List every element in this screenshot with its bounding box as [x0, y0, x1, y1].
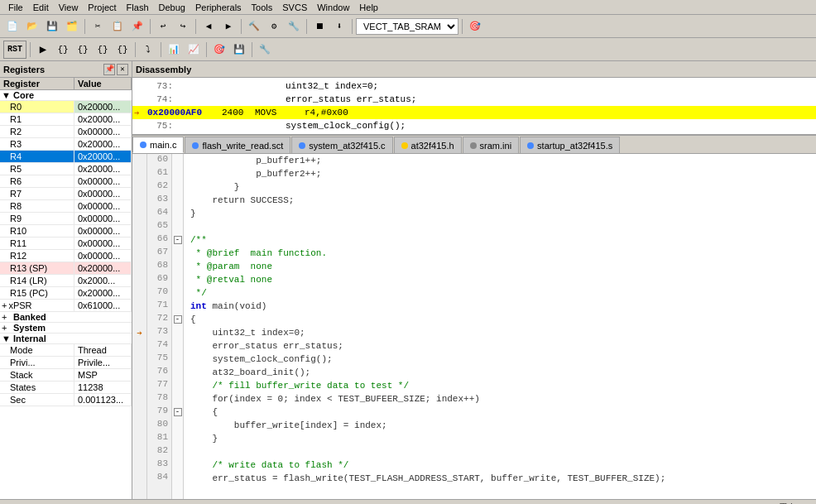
fold-79[interactable]: -: [174, 406, 182, 419]
fold-66[interactable]: -: [174, 233, 182, 247]
debug-f3[interactable]: {}: [94, 41, 112, 59]
cut-button[interactable]: ✂: [89, 17, 107, 36]
dis-asm-mnemonic: MOVS: [255, 108, 305, 118]
tab-flash-sct[interactable]: flash_write_read.sct: [185, 137, 290, 153]
menu-edit[interactable]: Edit: [28, 2, 54, 12]
internal-expand-icon[interactable]: ▼: [0, 334, 10, 343]
translate-button[interactable]: 🔧: [285, 17, 303, 36]
reg-row-r15[interactable]: R15 (PC) 0x20000...: [0, 287, 132, 300]
xpsr-expand[interactable]: +: [2, 300, 7, 310]
nav-back-button[interactable]: ◀: [199, 17, 218, 36]
debug-functions[interactable]: {}: [54, 41, 72, 59]
target-btn[interactable]: 🎯: [210, 41, 228, 59]
reg-row-r10[interactable]: R10 0x00000...: [0, 225, 132, 238]
mem-btn[interactable]: 💾: [230, 41, 248, 59]
menu-svcs[interactable]: SVCS: [277, 2, 312, 12]
core-group[interactable]: ▼ Core: [0, 90, 132, 101]
menu-help[interactable]: Help: [354, 2, 383, 12]
tab-startup[interactable]: startup_at32f415.s: [520, 137, 620, 153]
menu-file[interactable]: File: [3, 2, 28, 12]
save-button[interactable]: 💾: [43, 17, 61, 36]
tab-at32h[interactable]: at32f415.h: [394, 137, 462, 153]
reg-row-r2[interactable]: R2 0x00000...: [0, 126, 132, 138]
fold-btn-66[interactable]: -: [174, 236, 182, 244]
menu-view[interactable]: View: [54, 2, 84, 12]
step-into-button[interactable]: ⤵: [139, 41, 157, 59]
menu-tools[interactable]: Tools: [247, 2, 278, 12]
reg-row-r14[interactable]: R14 (LR) 0x2000...: [0, 275, 132, 287]
reg-row-mode[interactable]: Mode Thread: [0, 344, 132, 357]
ind-64: [132, 207, 146, 220]
tab-sram[interactable]: sram.ini: [463, 137, 520, 153]
reg-row-sec[interactable]: Sec 0.001123...: [0, 394, 132, 406]
reg-row-states[interactable]: States 11238: [0, 382, 132, 394]
menu-window[interactable]: Window: [312, 2, 354, 12]
menu-peripherals[interactable]: Peripherals: [190, 2, 247, 12]
reg-val-r5: 0x20000...: [74, 163, 132, 175]
stop-button[interactable]: ⏹: [310, 17, 329, 36]
redo-button[interactable]: ↪: [174, 17, 192, 36]
reg-row-r0[interactable]: R0 0x20000...: [0, 101, 132, 113]
reg-row-r12[interactable]: R12 0x00000...: [0, 250, 132, 262]
copy-button[interactable]: 📋: [108, 17, 127, 36]
reg-row-r7[interactable]: R7 0x00000...: [0, 188, 132, 200]
run-button[interactable]: ▶: [34, 41, 52, 59]
reg-row-r1[interactable]: R1 0x20000...: [0, 113, 132, 126]
system-group[interactable]: + System: [0, 323, 132, 334]
banked-group[interactable]: + Banked: [0, 312, 132, 323]
menu-flash[interactable]: Flash: [122, 2, 154, 12]
new-file-button[interactable]: 📄: [3, 17, 22, 36]
system-expand-icon[interactable]: +: [0, 323, 10, 333]
reg-row-r13[interactable]: R13 (SP) 0x20000...: [0, 262, 132, 275]
ln-83: 83: [147, 458, 168, 472]
tools-btn2[interactable]: 🔧: [256, 41, 274, 59]
fold-btn-72[interactable]: -: [174, 315, 182, 324]
reg-row-r5[interactable]: R5 0x20000...: [0, 163, 132, 175]
target-dropdown[interactable]: VECT_TAB_SRAM: [356, 18, 458, 35]
reg-row-r3[interactable]: R3 0x20000...: [0, 138, 132, 151]
undo-button[interactable]: ↩: [154, 17, 172, 36]
ind-63: [132, 194, 146, 207]
save-all-button[interactable]: 🗂️: [63, 17, 81, 36]
internal-group[interactable]: ▼ Internal: [0, 334, 132, 344]
paste-button[interactable]: 📌: [128, 17, 146, 36]
reg-val-r7: 0x00000...: [74, 188, 132, 199]
reg-name-r10: R10: [0, 225, 74, 237]
reg-row-stack[interactable]: Stack MSP: [0, 369, 132, 382]
reg-val-r1: 0x20000...: [74, 113, 132, 125]
panel-pin-button[interactable]: 📌: [103, 64, 115, 75]
fold-btn-79[interactable]: -: [174, 408, 182, 416]
fold-72[interactable]: -: [174, 313, 182, 326]
rebuild-button[interactable]: ⚙: [265, 17, 283, 36]
debug-options-button[interactable]: 🎯: [466, 17, 484, 36]
tab-main-c[interactable]: main.c: [132, 137, 184, 153]
menu-debug[interactable]: Debug: [154, 2, 190, 12]
panel-close-button[interactable]: ✕: [117, 64, 128, 75]
dl-button[interactable]: ⬇: [330, 17, 348, 36]
code-text-area[interactable]: p_buffer1++; p_buffer2++; } return SUCCE…: [184, 154, 816, 499]
banked-expand-icon[interactable]: +: [0, 312, 10, 322]
reg-name-r4: R4: [0, 151, 74, 162]
line-numbers: 60 61 62 63 64 65 66 67 68 69 70 71 72 7…: [147, 154, 172, 499]
system-label: System: [13, 323, 46, 333]
reg-row-r8[interactable]: R8 0x00000...: [0, 200, 132, 213]
reg-row-r9[interactable]: R9 0x00000...: [0, 213, 132, 225]
debug-f4[interactable]: {}: [113, 41, 132, 59]
reg-row-privi[interactable]: Privi... Privile...: [0, 357, 132, 369]
menu-project[interactable]: Project: [83, 2, 121, 12]
peripherals-btn[interactable]: 📊: [165, 41, 183, 59]
core-expand-icon[interactable]: ▼: [0, 90, 10, 100]
nav-forward-button[interactable]: ▶: [219, 17, 238, 36]
tab-system[interactable]: system_at32f415.c: [291, 137, 392, 153]
open-file-button[interactable]: 📂: [23, 17, 41, 36]
reg-row-r11[interactable]: R11 0x00000...: [0, 238, 132, 250]
rst-button[interactable]: RST: [3, 41, 26, 59]
build-button[interactable]: 🔨: [245, 17, 263, 36]
reg-name-privi: Privi...: [0, 357, 74, 368]
logic-btn[interactable]: 📈: [185, 41, 203, 59]
banked-label: Banked: [13, 312, 46, 322]
reg-row-r4[interactable]: R4 0x20000...: [0, 151, 132, 163]
reg-row-r6[interactable]: R6 0x00000...: [0, 175, 132, 188]
reg-row-xpsr[interactable]: + xPSR 0x61000...: [0, 300, 132, 312]
debug-f2[interactable]: {}: [74, 41, 92, 59]
